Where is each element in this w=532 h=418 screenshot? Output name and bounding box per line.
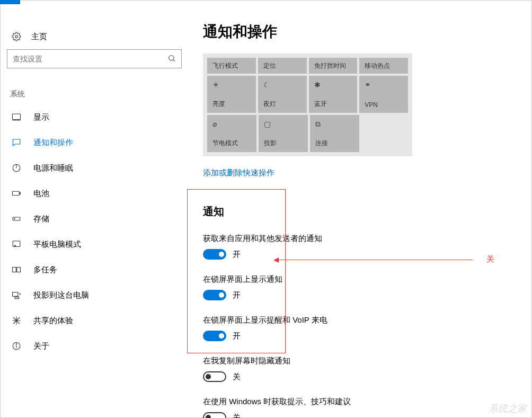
storage-icon (11, 214, 22, 224)
svg-rect-14 (17, 268, 21, 272)
sidebar-item-notifications[interactable]: 通知和操作 (1, 130, 191, 155)
batterysaver-icon: ⌀ (212, 119, 251, 129)
setting-label: 在我复制屏幕时隐藏通知 (203, 356, 531, 366)
svg-line-2 (173, 60, 175, 61)
svg-rect-11 (13, 241, 20, 247)
sidebar-item-share[interactable]: 共享的体验 (1, 308, 191, 333)
sidebar-item-label: 投影到这台电脑 (33, 290, 89, 300)
setting-hide-when-duplicate: 在我复制屏幕时隐藏通知 关 (203, 356, 531, 382)
share-icon (11, 315, 22, 326)
sidebar-item-about[interactable]: 关于 (1, 333, 191, 359)
multitask-icon (11, 264, 22, 275)
svg-rect-15 (13, 292, 19, 297)
qa-tile-connect[interactable]: ⧉连接 (310, 115, 359, 152)
qa-label: 飞行模式 (212, 61, 251, 70)
setting-label: 在锁屏界面上显示提醒和 VoIP 来电 (203, 315, 531, 325)
connect-icon: ⧉ (315, 119, 354, 129)
qa-tile-brightness[interactable]: ☀亮度 (207, 76, 256, 113)
toggle-switch[interactable] (203, 412, 226, 418)
setting-label: 在锁屏界面上显示通知 (203, 274, 531, 284)
sidebar-item-label: 显示 (33, 112, 49, 122)
sidebar-item-label: 平板电脑模式 (33, 239, 81, 250)
quick-actions-panel: 飞行模式 定位 免打扰时间 移动热点 ☀亮度 ☾夜灯 ✱蓝牙 ⚭VPN ⌀节电模… (203, 54, 412, 156)
svg-point-1 (169, 55, 174, 60)
toggle-switch[interactable] (203, 249, 226, 260)
svg-rect-12 (14, 245, 15, 246)
battery-icon (11, 188, 22, 199)
svg-point-19 (16, 344, 17, 345)
qa-label: 蓝牙 (314, 100, 352, 109)
project-tile-icon: ▢ (264, 119, 303, 129)
qa-tile-bluetooth[interactable]: ✱蓝牙 (309, 76, 358, 113)
sidebar-item-battery[interactable]: 电池 (1, 181, 191, 206)
sidebar-item-multitask[interactable]: 多任务 (1, 257, 191, 282)
sidebar-item-label: 通知和操作 (33, 138, 73, 148)
qa-tile-location[interactable]: 定位 (258, 58, 307, 74)
svg-rect-13 (13, 268, 16, 272)
toggle-state: 开 (233, 331, 241, 341)
sidebar-item-project[interactable]: 投影到这台电脑 (1, 282, 191, 308)
setting-label: 获取来自应用和其他发送者的通知 (203, 234, 531, 244)
tablet-icon (11, 239, 22, 250)
toggle-lockscreen-notifications[interactable]: 开 (203, 290, 531, 300)
sidebar-item-label: 关于 (33, 341, 49, 351)
main-content: 通知和操作 飞行模式 定位 免打扰时间 移动热点 ☀亮度 ☾夜灯 ✱蓝牙 ⚭VP… (191, 1, 531, 417)
toggle-state: 关 (233, 372, 241, 382)
sidebar-item-tablet[interactable]: 平板电脑模式 (1, 232, 191, 257)
sidebar-item-storage[interactable]: 存储 (1, 206, 191, 232)
qa-label: 移动热点 (365, 61, 403, 70)
toggle-switch[interactable] (203, 290, 226, 300)
svg-rect-16 (15, 297, 19, 299)
qa-label: 夜灯 (263, 100, 302, 109)
setting-lockscreen-notifications: 在锁屏界面上显示通知 开 (203, 274, 531, 300)
qa-label: 投影 (264, 139, 303, 148)
title-bar-accent (0, 0, 20, 4)
qa-tile-vpn[interactable]: ⚭VPN (359, 76, 408, 113)
toggle-state: 开 (233, 250, 241, 260)
settings-window: 主页 系统 显示 通知和操作 电源和睡眠 电池 存储 (0, 0, 532, 418)
qa-tile-airplane[interactable]: 飞行模式 (207, 58, 256, 74)
qa-tile-hotspot[interactable]: 移动热点 (359, 58, 408, 74)
svg-point-10 (14, 218, 15, 219)
search-input[interactable] (13, 55, 167, 63)
qa-label: 节电模式 (212, 139, 251, 148)
sidebar-item-display[interactable]: 显示 (1, 104, 191, 130)
qa-label: VPN (365, 101, 403, 109)
sidebar-item-label: 电源和睡眠 (33, 163, 73, 173)
setting-windows-tips: 在使用 Windows 时获取提示、技巧和建议 关 (203, 397, 531, 418)
sidebar: 主页 系统 显示 通知和操作 电源和睡眠 电池 存储 (1, 1, 191, 417)
toggle-switch[interactable] (203, 371, 226, 382)
toggle-switch[interactable] (203, 331, 226, 341)
toggle-get-notifications[interactable]: 开 (203, 249, 531, 260)
qa-tile-nightlight[interactable]: ☾夜灯 (258, 76, 307, 113)
qa-tile-quiet-hours[interactable]: 免打扰时间 (309, 58, 358, 74)
svg-rect-3 (13, 114, 21, 120)
brightness-icon: ☀ (212, 80, 251, 90)
sidebar-item-label: 多任务 (33, 265, 57, 275)
add-remove-quick-actions-link[interactable]: 添加或删除快速操作 (203, 168, 531, 178)
sidebar-item-label: 存储 (33, 214, 49, 224)
sidebar-item-label: 共享的体验 (33, 316, 73, 326)
qa-label: 定位 (263, 61, 302, 70)
toggle-lockscreen-reminders[interactable]: 开 (203, 331, 531, 341)
search-input-container[interactable] (7, 49, 182, 68)
setting-lockscreen-reminders: 在锁屏界面上显示提醒和 VoIP 来电 开 (203, 315, 531, 341)
notifications-heading: 通知 (203, 204, 531, 219)
bluetooth-icon: ✱ (314, 80, 352, 90)
home-label: 主页 (31, 32, 47, 42)
notifications-section: 通知 获取来自应用和其他发送者的通知 开 在锁屏界面上显示通知 开 在锁屏界面上… (203, 204, 531, 418)
svg-rect-8 (20, 193, 21, 194)
toggle-state: 关 (233, 413, 241, 419)
search-icon (167, 54, 176, 64)
toggle-windows-tips[interactable]: 关 (203, 412, 531, 418)
project-icon (11, 290, 22, 300)
qa-tile-project[interactable]: ▢投影 (259, 115, 308, 152)
toggle-hide-when-duplicate[interactable]: 关 (203, 371, 531, 382)
qa-label: 免打扰时间 (314, 61, 352, 70)
chat-icon (11, 137, 22, 148)
nightlight-icon: ☾ (263, 80, 302, 90)
sidebar-item-power[interactable]: 电源和睡眠 (1, 155, 191, 181)
qa-tile-batterysaver[interactable]: ⌀节电模式 (207, 115, 256, 152)
home-button[interactable]: 主页 (1, 27, 191, 49)
setting-get-notifications: 获取来自应用和其他发送者的通知 开 (203, 234, 531, 260)
